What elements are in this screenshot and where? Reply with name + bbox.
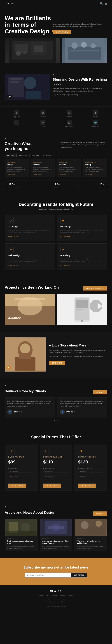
pricing-price-1: $99 (8, 460, 34, 464)
social-facebook[interactable]: f (48, 599, 52, 603)
footer-social: f t in (5, 599, 107, 603)
review-dot-1[interactable] (54, 420, 55, 420)
svg-point-37 (20, 343, 30, 354)
logo-item-8: 🐦 White Chat (84, 120, 107, 127)
pricing-feature-3-3: Unlimited Revisions (78, 473, 104, 476)
about-cta-button[interactable]: READ MORE (49, 361, 65, 365)
main-nav: CLAIRE 🔍 ☰ (0, 0, 112, 7)
newsletter-email-input[interactable] (25, 572, 71, 578)
projects-cta-button[interactable]: VIEW ALL PROJECTS (83, 286, 107, 290)
pricing-cta-1[interactable]: GET STARTED (8, 484, 26, 488)
reviews-cta-button[interactable]: VIEW ALL (93, 390, 107, 394)
footer-nav-portfolio[interactable]: Portfolio (60, 595, 65, 596)
pricing-features-2: All Basic Features UI/UX Design 5 Revisi… (43, 467, 69, 478)
services-grid: ⬡ UI Design Lorem ipsum dolor sit amet c… (5, 214, 107, 270)
tab-app-design[interactable]: APP DESIGN (5, 154, 17, 157)
footer-nav-home[interactable]: Home (39, 595, 43, 596)
reviews-star: ✦ (5, 384, 107, 387)
article-card-2: JAN 20, 2024 Learn your objective one mo… (40, 519, 73, 552)
articles-heading: Article and News About Design (5, 510, 55, 514)
footer-nav: Home About Services Portfolio Contact (5, 595, 107, 596)
articles-header: Article and News About Design VIEW ALL (5, 509, 107, 516)
about-section: ▶ A Little Story About Myself Lorem ipsu… (0, 331, 112, 378)
card-link-3[interactable]: VIEW PROJECT → (59, 174, 79, 175)
review-dot-2[interactable] (56, 420, 56, 420)
pricing-heading: Special Prices That I Offer (5, 434, 107, 440)
card-link-1[interactable]: VIEW PROJECT → (7, 174, 27, 175)
service-link-1[interactable]: READ MORE (8, 236, 18, 238)
logo-item-7: ⊞ SquareMount (57, 120, 81, 127)
tag-2: UX Design (62, 94, 70, 96)
tab-web-design[interactable]: WEB DESIGN (17, 154, 30, 157)
article-date-1: JAN 15, 2024 (7, 538, 35, 539)
reviewer-2: 👤 John Citing Designer, Studio (60, 410, 105, 414)
articles-grid: JAN 15, 2024 Create an easier design wit… (5, 519, 107, 552)
tab-ux-design[interactable]: UX DESIGN (42, 154, 53, 157)
footer-nav-contact[interactable]: Contact (68, 595, 73, 596)
svg-rect-46 (48, 526, 64, 529)
decorating-heading: Decorating Brands for Bright Future (5, 202, 107, 207)
card-title-1: Google (7, 164, 27, 166)
card-link-4[interactable]: VIEW PROJECT → (85, 174, 106, 175)
stats-row: 120+ PROJECT COMPLETED 27+ APP DESIGN 10… (5, 180, 107, 188)
newsletter-subscribe-button[interactable]: SUBSCRIBE (71, 572, 87, 578)
articles-cta-button[interactable]: VIEW ALL (93, 512, 107, 516)
social-twitter[interactable]: t (54, 599, 58, 603)
review-card-2: Lorem ipsum dolor sit amet consectetur a… (57, 398, 107, 417)
svg-rect-36 (15, 358, 35, 371)
social-linkedin[interactable]: in (60, 599, 64, 603)
stat-label-2: APP DESIGN (54, 186, 61, 188)
projects-section: Projects I've Been Working On VIEW ALL P… (0, 278, 112, 331)
svg-rect-40 (8, 522, 18, 533)
svg-point-4 (16, 51, 21, 56)
article-image-2 (40, 519, 72, 536)
play-button[interactable]: ▶ (6, 365, 11, 370)
newsletter-form: SUBSCRIBE (25, 572, 87, 578)
menu-icon[interactable]: ☰ (105, 2, 107, 5)
logo-icon-2: ◉ (40, 110, 45, 116)
logo-item-4: ◆ Inceptor (84, 110, 107, 118)
pricing-feature-1-3: 2 Revisions (8, 473, 34, 476)
pricing-cta-3[interactable]: GET STARTED (78, 484, 96, 488)
stat-num-2: 27+ (54, 183, 61, 186)
pricing-features-3: All Regular Features Web Design Unlimite… (78, 467, 104, 478)
logo-icon-3: ◎ (67, 110, 72, 116)
search-icon[interactable]: 🔍 (100, 2, 103, 5)
newsletter-heading: Subscribe my newsletter for latest news (5, 566, 107, 570)
creative-header: Creative What you Imagine Lorem ipsum do… (5, 141, 107, 151)
tab-branding[interactable]: BRANDING (30, 154, 41, 157)
reviews-header: Reviews From My Clients VIEW ALL (5, 388, 107, 394)
pricing-card-3: ◉ Expert Package $129 All Regular Featur… (75, 444, 107, 491)
stat-label-3: WORKING DESIGN (96, 186, 107, 188)
stunning-heading: Stunning Design With Refreshing Ideas (53, 78, 107, 86)
service-card-3: ⊞ Web Design Lorem ipsum dolor sit amet … (5, 244, 55, 270)
review-dot-3[interactable] (57, 420, 58, 420)
pricing-features-1: Logo Design Brand Identity 2 Revisions E… (8, 467, 34, 478)
pricing-feature-2-3: 5 Revisions (43, 473, 69, 476)
card-link-2[interactable]: VIEW PROJECT → (33, 174, 53, 175)
service-title-2: UX Design (60, 225, 104, 228)
svg-point-28 (81, 320, 83, 322)
pricing-feature-1-2: Brand Identity (8, 470, 34, 473)
service-title-1: UI Design (8, 225, 52, 228)
service-link-3[interactable]: READ MORE (8, 265, 18, 266)
service-link-2[interactable]: READ MORE (60, 236, 70, 238)
hero-description: Lorem ipsum dolor sit amet, consectetur … (53, 23, 103, 34)
decorating-section: Decorating Brands for Bright Future Lore… (0, 194, 112, 278)
pricing-feature-2-1: All Basic Features (43, 467, 69, 470)
pricing-cta-2[interactable]: GET STARTED (43, 484, 61, 488)
pricing-price-2: $119 (43, 460, 69, 464)
hero-cta-button[interactable]: HIRE ME NOW (53, 30, 71, 34)
footer-nav-about[interactable]: About (46, 595, 49, 596)
svg-rect-14 (73, 53, 96, 54)
footer-nav-services[interactable]: Services (52, 595, 57, 596)
creative-card-4: CASE STUDY 04 Startup Lorem ipsum dolor … (83, 160, 108, 177)
card-label-4: CASE STUDY 04 (85, 162, 106, 163)
reviewer-avatar-2: 👤 (60, 410, 65, 414)
stat-3: 10+ WORKING DESIGN (96, 183, 107, 188)
service-text-3: Lorem ipsum dolor sit amet consectetur a… (8, 258, 52, 262)
articles-star: ✦ (5, 506, 107, 508)
service-link-4[interactable]: READ MORE (60, 265, 70, 266)
card-title-3: Facebook (59, 164, 79, 166)
projects-header: Projects I've Been Working On VIEW ALL P… (5, 284, 107, 290)
